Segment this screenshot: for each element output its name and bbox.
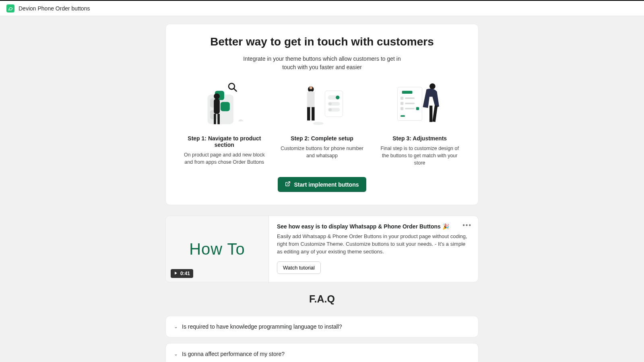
step-3-desc: Final step is to customize design of the… <box>376 145 464 167</box>
step-3: Step 3: Adjustments Final step is to cus… <box>376 80 464 167</box>
video-duration-badge: 0:41 <box>171 269 193 278</box>
svg-point-33 <box>429 83 436 89</box>
step-1-desc: On product page and add new block and fr… <box>180 151 268 166</box>
chevron-down-icon: ⌄ <box>174 324 178 329</box>
svg-rect-35 <box>432 105 438 122</box>
step-2: Step 2: Complete setup Customize buttons… <box>278 80 366 167</box>
svg-rect-26 <box>405 97 415 99</box>
svg-rect-4 <box>221 102 230 111</box>
svg-rect-21 <box>312 107 314 120</box>
svg-rect-24 <box>402 91 412 94</box>
svg-rect-31 <box>416 107 419 110</box>
svg-point-7 <box>214 93 220 99</box>
svg-rect-10 <box>218 114 220 124</box>
svg-point-15 <box>329 102 332 105</box>
video-duration: 0:41 <box>180 271 190 276</box>
svg-point-5 <box>229 83 235 89</box>
step-2-title: Step 2: Complete setup <box>278 135 366 142</box>
svg-line-36 <box>287 182 290 184</box>
faq-item-2[interactable]: ⌄ Is gonna affect performance of my stor… <box>166 343 478 362</box>
svg-rect-28 <box>405 103 415 104</box>
faq-question-1: Is required to have knowledge programmin… <box>182 323 342 330</box>
faq-question-2: Is gonna affect performance of my store? <box>182 351 285 357</box>
svg-rect-25 <box>400 97 403 99</box>
step-2-desc: Customize buttons for phone number and w… <box>278 145 366 159</box>
howto-graphic-label: How To <box>189 240 245 258</box>
svg-rect-20 <box>307 107 310 120</box>
step-3-title: Step 3: Adjustments <box>376 135 464 142</box>
main-content: Better way to get in touch with customer… <box>0 16 644 362</box>
play-icon <box>174 271 178 276</box>
svg-rect-29 <box>400 107 403 110</box>
svg-rect-34 <box>429 106 432 122</box>
more-actions-icon[interactable]: ••• <box>462 222 472 229</box>
svg-point-22 <box>313 122 324 125</box>
howto-thumbnail[interactable]: How To 0:41 <box>166 216 269 282</box>
steps-row: Step 1: Navigate to product section On p… <box>180 80 464 167</box>
howto-card: How To 0:41 ••• See how easy is to displ… <box>166 216 478 282</box>
app-icon <box>6 4 14 12</box>
step-1-title: Step 1: Navigate to product section <box>180 135 268 148</box>
svg-rect-32 <box>400 115 405 117</box>
start-implement-label: Start implement buttons <box>294 181 359 188</box>
svg-marker-37 <box>175 272 177 275</box>
app-title: Devion Phone Order buttons <box>19 5 90 12</box>
step-1: Step 1: Navigate to product section On p… <box>180 80 268 167</box>
howto-content: ••• See how easy is to display Whatsapp … <box>269 216 478 282</box>
watch-tutorial-label: Watch tutorial <box>283 265 315 271</box>
howto-title: See how easy is to display Whatsapp & Ph… <box>277 223 470 230</box>
svg-rect-9 <box>214 114 216 124</box>
chevron-down-icon: ⌄ <box>174 351 178 357</box>
howto-desc: Easily add Whatsapp & Phone Order Button… <box>277 233 470 256</box>
watch-tutorial-button[interactable]: Watch tutorial <box>277 261 321 274</box>
faq-item-1[interactable]: ⌄ Is required to have knowledge programm… <box>166 316 478 337</box>
svg-rect-8 <box>214 99 220 114</box>
hero-card: Better way to get in touch with customer… <box>166 24 478 205</box>
start-implement-button[interactable]: Start implement buttons <box>278 177 366 192</box>
svg-line-6 <box>234 88 237 91</box>
hero-subtitle: Integrate in your theme buttons which al… <box>237 55 407 72</box>
external-link-icon <box>285 181 291 188</box>
step-2-illustration <box>278 80 366 128</box>
topbar: Devion Phone Order buttons <box>0 0 644 16</box>
svg-point-17 <box>329 108 332 111</box>
svg-rect-27 <box>400 102 403 105</box>
faq-title: F.A.Q <box>166 293 478 305</box>
svg-rect-30 <box>405 108 415 109</box>
faq-list: ⌄ Is required to have knowledge programm… <box>166 316 478 362</box>
step-3-illustration <box>376 80 464 128</box>
hero-title: Better way to get in touch with customer… <box>180 35 464 48</box>
step-1-illustration <box>180 80 268 128</box>
svg-point-19 <box>310 86 312 89</box>
svg-point-13 <box>336 96 339 99</box>
